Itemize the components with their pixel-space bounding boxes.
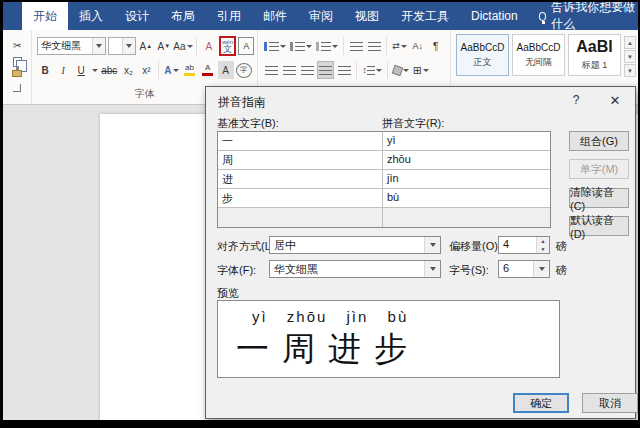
- underline-button[interactable]: U: [73, 61, 89, 79]
- tab-mailings[interactable]: 邮件: [252, 2, 298, 30]
- font-size-combo[interactable]: [108, 37, 136, 55]
- change-case-button[interactable]: Aa: [174, 37, 192, 55]
- style-heading1[interactable]: AaBl 标题 1: [568, 34, 621, 76]
- distribute-button[interactable]: [336, 61, 352, 79]
- subscript-button[interactable]: x₂: [120, 61, 136, 79]
- text-effects-button[interactable]: A: [163, 61, 179, 79]
- cancel-button[interactable]: 取消: [582, 393, 638, 413]
- increase-indent-button[interactable]: [366, 37, 382, 55]
- tab-home[interactable]: 开始: [22, 2, 68, 30]
- preview-box: yì zhōu jìn bù 一周进步: [217, 300, 560, 378]
- format-painter-icon[interactable]: [12, 70, 22, 77]
- ruby-text-field[interactable]: jìn: [383, 170, 550, 188]
- clear-formatting-button[interactable]: A: [201, 37, 217, 55]
- font-select[interactable]: 华文细黑: [269, 260, 441, 278]
- style-normal[interactable]: AaBbCcD 正文: [456, 34, 509, 76]
- lightbulb-icon: [539, 12, 547, 21]
- justify-button[interactable]: [317, 61, 334, 79]
- font-name-combo[interactable]: 华文细黑: [37, 37, 106, 55]
- dialog-close-button[interactable]: ✕: [602, 91, 628, 109]
- align-left-button[interactable]: [263, 61, 279, 79]
- tell-me-box[interactable]: 告诉我你想要做什么: [539, 2, 638, 30]
- ruby-text-field[interactable]: [383, 208, 550, 227]
- clipboard-dialog-launcher-icon[interactable]: [13, 84, 21, 92]
- base-text-field[interactable]: 步: [218, 189, 383, 207]
- clear-ruby-button[interactable]: 清除读音(C): [569, 188, 629, 208]
- italic-button[interactable]: I: [55, 61, 71, 79]
- alignment-select[interactable]: 居中: [269, 236, 441, 254]
- preview-base-text: 一周进步: [236, 327, 559, 372]
- bullets-button[interactable]: [263, 37, 287, 55]
- tab-references[interactable]: 引用: [206, 2, 252, 30]
- highlight-color-button[interactable]: ab: [182, 61, 198, 79]
- tab-dictation[interactable]: Dictation: [460, 2, 529, 30]
- multilevel-list-button[interactable]: [315, 37, 339, 55]
- styles-scroll-up-icon[interactable]: ▲: [624, 36, 636, 49]
- base-text-field[interactable]: 进: [218, 170, 383, 188]
- borders-button[interactable]: ⊞: [412, 61, 430, 79]
- phonetic-guide-dialog: 拼音指南 ? ✕ 基准文字(B): 拼音文字(R): 一 yì 周 zhōu 进…: [205, 86, 636, 419]
- ruby-text-field[interactable]: yì: [383, 132, 550, 150]
- underline-dropdown-icon[interactable]: [92, 69, 98, 72]
- ruby-row: 步 bù: [218, 189, 550, 208]
- offset-up-icon[interactable]: ▲: [537, 237, 549, 245]
- monosyllable-button: 单字(M): [569, 159, 629, 179]
- shading-button[interactable]: [392, 61, 410, 79]
- character-border-button[interactable]: A: [238, 37, 254, 55]
- style-no-spacing[interactable]: AaBbCcD 无间隔: [512, 34, 565, 76]
- ruby-text-field[interactable]: bù: [383, 189, 550, 207]
- text-direction-button[interactable]: ⇄: [391, 37, 408, 55]
- dialog-help-button[interactable]: ?: [563, 91, 589, 109]
- size-dropdown-icon[interactable]: [533, 261, 549, 277]
- tab-review[interactable]: 审阅: [298, 2, 344, 30]
- clipboard-group: ✂: [3, 30, 31, 104]
- size-select[interactable]: 6: [498, 260, 550, 278]
- base-text-field[interactable]: [218, 208, 383, 227]
- base-text-field[interactable]: 周: [218, 151, 383, 169]
- ruby-table: 一 yì 周 zhōu 进 jìn 步 bù: [217, 131, 551, 228]
- tab-design[interactable]: 设计: [114, 2, 160, 30]
- default-ruby-button[interactable]: 默认读音(D): [569, 216, 629, 236]
- align-center-button[interactable]: [281, 61, 297, 79]
- decrease-indent-button[interactable]: [348, 37, 364, 55]
- size-unit: 磅: [556, 263, 567, 278]
- character-shading-button[interactable]: A: [218, 61, 234, 79]
- bold-button[interactable]: B: [37, 61, 53, 79]
- tab-insert[interactable]: 插入: [68, 2, 114, 30]
- offset-spinner[interactable]: 4 ▲ ▼: [498, 236, 550, 254]
- preview-ruby-text: yì zhōu jìn bù: [252, 308, 559, 325]
- cut-icon[interactable]: ✂: [9, 36, 25, 54]
- superscript-button[interactable]: x²: [138, 61, 154, 79]
- ruby-row: 一 yì: [218, 132, 550, 151]
- ok-button[interactable]: 确定: [513, 393, 569, 413]
- font-color-button[interactable]: A: [200, 61, 216, 79]
- tab-developer[interactable]: 开发工具: [390, 2, 460, 30]
- line-spacing-button[interactable]: ↕: [361, 61, 383, 79]
- styles-scroll-down-icon[interactable]: ▼: [624, 50, 636, 63]
- offset-down-icon[interactable]: ▼: [537, 245, 549, 253]
- shrink-font-button[interactable]: A▼: [156, 37, 172, 55]
- grow-font-button[interactable]: A▲: [138, 37, 154, 55]
- combine-button[interactable]: 组合(G): [569, 131, 629, 151]
- align-right-button[interactable]: [299, 61, 315, 79]
- numbering-button[interactable]: [289, 37, 313, 55]
- ruby-text-field[interactable]: zhōu: [383, 151, 550, 169]
- ruby-row: [218, 208, 550, 227]
- base-text-field[interactable]: 一: [218, 132, 383, 150]
- strikethrough-button[interactable]: abc: [100, 61, 118, 79]
- sort-button[interactable]: A↓: [410, 37, 426, 55]
- tab-layout[interactable]: 布局: [160, 2, 206, 30]
- alignment-dropdown-icon[interactable]: [424, 237, 440, 253]
- enclose-characters-button[interactable]: 字: [236, 63, 252, 78]
- tab-view[interactable]: 视图: [344, 2, 390, 30]
- alignment-value: 居中: [270, 237, 424, 253]
- show-marks-button[interactable]: ¶: [428, 37, 444, 55]
- ribbon-tab-bar: 开始 插入 设计 布局 引用 邮件 审阅 视图 开发工具 Dictation 告…: [3, 2, 638, 30]
- offset-unit: 磅: [556, 239, 567, 254]
- font-dropdown-icon[interactable]: [424, 261, 440, 277]
- font-name-dropdown-icon[interactable]: [92, 38, 105, 54]
- phonetic-guide-button[interactable]: wén 文: [219, 36, 236, 56]
- font-size-dropdown-icon[interactable]: [122, 38, 135, 54]
- preview-label: 预览: [217, 286, 239, 301]
- styles-gallery-more-icon[interactable]: ▼: [624, 64, 636, 77]
